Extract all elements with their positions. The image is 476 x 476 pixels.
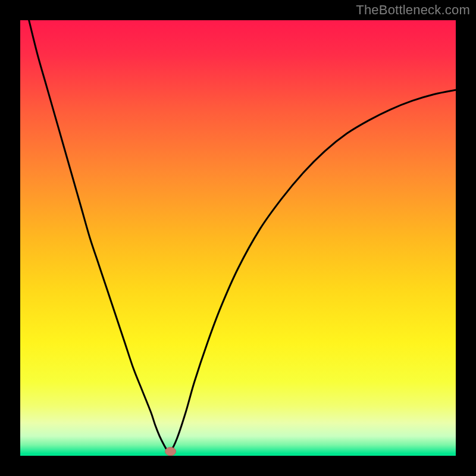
outer-frame: TheBottleneck.com: [0, 0, 476, 476]
watermark-text: TheBottleneck.com: [356, 2, 470, 18]
minimum-marker: [165, 447, 176, 456]
plot-background: [20, 20, 456, 456]
chart-plot: [20, 20, 456, 456]
